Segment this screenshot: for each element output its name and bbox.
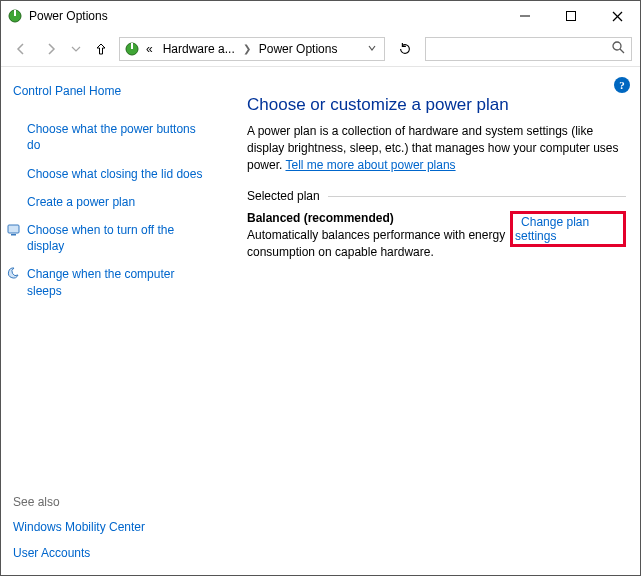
titlebar: Power Options — [1, 1, 640, 31]
selected-plan-label: Selected plan — [247, 189, 320, 203]
svg-rect-10 — [8, 225, 19, 233]
window-controls — [502, 1, 640, 31]
address-bar: « Hardware a... ❯ Power Options — [1, 31, 640, 67]
see-also-mobility-center[interactable]: Windows Mobility Center — [13, 519, 145, 535]
svg-rect-7 — [131, 43, 133, 49]
plan-description: Automatically balances performance with … — [247, 227, 510, 259]
sidebar: Control Panel Home Choose what the power… — [1, 67, 223, 575]
sidebar-link-computer-sleeps[interactable]: Change when the computer sleeps — [27, 266, 207, 298]
forward-button[interactable] — [39, 37, 63, 61]
window-title: Power Options — [29, 9, 108, 23]
refresh-button[interactable] — [391, 37, 419, 61]
breadcrumb-dropdown[interactable] — [364, 43, 380, 54]
section-divider — [328, 196, 626, 197]
sidebar-link-closing-lid[interactable]: Choose what closing the lid does — [27, 166, 207, 182]
breadcrumb-icon — [124, 41, 140, 57]
highlight-annotation: Change plan settings — [510, 211, 626, 247]
change-plan-settings-link[interactable]: Change plan settings — [515, 211, 589, 247]
breadcrumb-seg-hardware[interactable]: Hardware a... — [159, 42, 239, 56]
sidebar-link-power-buttons[interactable]: Choose what the power buttons do — [27, 121, 207, 153]
control-panel-home-link[interactable]: Control Panel Home — [13, 83, 193, 99]
intro-paragraph: A power plan is a collection of hardware… — [247, 123, 626, 173]
recent-locations-button[interactable] — [69, 37, 83, 61]
display-off-icon — [7, 222, 23, 238]
help-icon[interactable]: ? — [614, 77, 630, 93]
see-also-title: See also — [13, 495, 145, 509]
search-input[interactable] — [425, 37, 632, 61]
breadcrumb[interactable]: « Hardware a... ❯ Power Options — [119, 37, 385, 61]
svg-line-9 — [620, 49, 624, 53]
sidebar-link-turn-off-display[interactable]: Choose when to turn off the display — [27, 222, 207, 254]
maximize-button[interactable] — [548, 1, 594, 31]
breadcrumb-prefix[interactable]: « — [142, 42, 157, 56]
search-icon — [612, 41, 625, 57]
svg-rect-11 — [11, 234, 16, 236]
see-also-user-accounts[interactable]: User Accounts — [13, 545, 145, 561]
svg-point-8 — [613, 42, 621, 50]
plan-name: Balanced (recommended) — [247, 211, 510, 225]
svg-rect-1 — [14, 10, 16, 16]
see-also-section: See also Windows Mobility Center User Ac… — [13, 495, 145, 561]
page-heading: Choose or customize a power plan — [247, 95, 626, 115]
tell-me-more-link[interactable]: Tell me more about power plans — [285, 158, 455, 172]
app-icon — [7, 8, 23, 24]
svg-rect-3 — [567, 12, 576, 21]
minimize-button[interactable] — [502, 1, 548, 31]
back-button[interactable] — [9, 37, 33, 61]
chevron-right-icon[interactable]: ❯ — [241, 43, 253, 54]
sleep-icon — [7, 266, 23, 282]
close-button[interactable] — [594, 1, 640, 31]
main-content: ? Choose or customize a power plan A pow… — [223, 67, 640, 575]
breadcrumb-seg-power[interactable]: Power Options — [255, 42, 342, 56]
sidebar-link-create-plan[interactable]: Create a power plan — [27, 194, 207, 210]
up-button[interactable] — [89, 37, 113, 61]
